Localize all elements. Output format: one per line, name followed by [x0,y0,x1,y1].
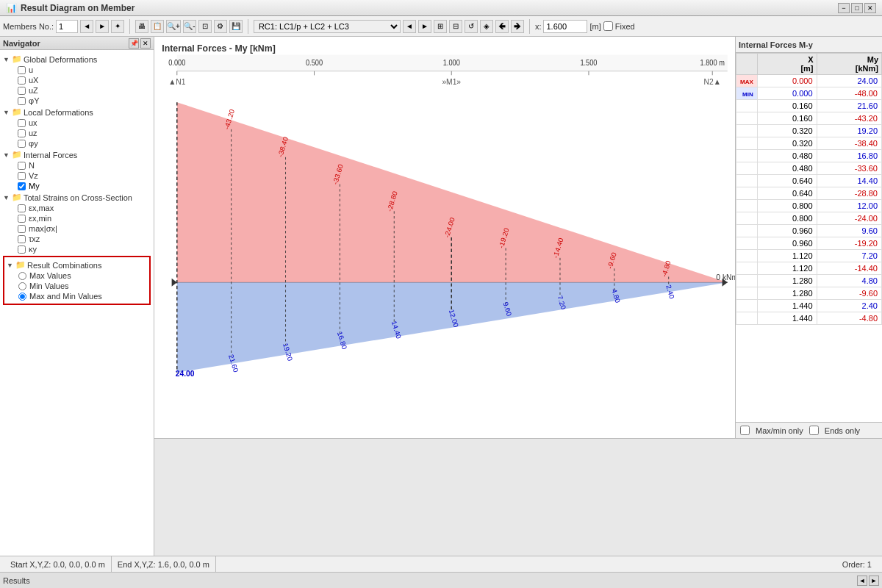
rc-option-maxmin: Max and Min Values [18,291,147,301]
row-my: -38.40 [817,137,881,150]
check-phiy-l[interactable] [18,140,26,148]
row-x: 1.120 [757,250,817,262]
settings-btn[interactable]: ⚙ [214,20,227,33]
tree-item-Vz: Vz [15,171,154,181]
row-marker [736,125,758,137]
member-input[interactable] [56,20,78,33]
zoom-fit-btn[interactable]: ⊡ [198,20,212,33]
row-x: 0.320 [757,125,817,137]
check-ux-l[interactable] [18,119,26,127]
row-marker [736,187,758,200]
fixed-label: Fixed [615,22,635,31]
check-ux[interactable] [18,76,26,85]
bottom-nav-left-btn[interactable]: ◄ [857,576,867,586]
tree-group-header-strains[interactable]: ▼ 📁 Total Strains on Cross-Section [0,192,154,203]
table-row: 1.4402.40 [736,300,882,312]
rc-btn6[interactable]: 🡺 [511,20,524,33]
row-marker [736,287,758,300]
tree-group-header-local[interactable]: ▼ 📁 Local Deformations [0,107,154,118]
row-x: 0.320 [757,137,817,150]
label-local-deformations: Local Deformations [24,108,93,117]
save-btn[interactable]: 💾 [229,20,243,33]
label-internal-forces: Internal Forces [24,151,77,159]
maxmin-only-checkbox[interactable] [740,426,750,435]
x-input[interactable] [543,20,587,33]
bottom-nav-label: Results [3,576,30,585]
check-ky[interactable] [18,245,26,254]
next-member-btn[interactable]: ► [96,20,109,33]
x-unit: [m] [589,22,600,31]
close-button[interactable]: ✕ [864,3,876,13]
rc-btn4[interactable]: ◈ [480,20,493,33]
radio-max-values[interactable] [18,272,26,280]
prev-member-btn[interactable]: ◄ [80,20,93,33]
row-marker [736,250,758,262]
bottom-nav-right-btn[interactable]: ► [869,576,879,586]
tree-item-phiy-l: φy [15,138,154,148]
bottom-nav: Results ◄ ► [0,572,882,588]
check-ex-min[interactable] [18,215,26,223]
tree-item-uz-l: uz [15,128,154,138]
nav-close-btn[interactable]: ✕ [140,38,151,49]
svg-text:0.000: 0.000 [168,59,185,67]
rc-btn2[interactable]: ⊟ [449,20,462,33]
zoom-out-btn[interactable]: 🔍- [183,20,196,33]
table-row: 0.480-33.60 [736,162,882,175]
rc-header[interactable]: ▼ 📁 Result Combinations [7,259,147,270]
folder-icon-strains: 📁 [12,193,22,202]
row-my: 16.80 [817,150,881,162]
label-ex-max: εx,max [29,204,54,212]
row-x: 0.800 [757,212,817,225]
tree-group-header-global[interactable]: ▼ 📁 Global Deformations [0,54,154,65]
row-x: 1.280 [757,287,817,300]
check-tau-xz[interactable] [18,235,26,243]
row-x: 0.160 [757,100,817,112]
fixed-checkbox[interactable] [603,21,613,31]
minimize-button[interactable]: − [838,3,850,13]
tree-item-ex-max: εx,max [15,203,154,213]
row-x: 1.120 [757,262,817,275]
table-row: 0.320-38.40 [736,137,882,150]
rc-dropdown[interactable]: RC1: LC1/p + LC2 + LC3 [254,20,401,33]
col-x-header: X[m] [757,54,817,75]
maximize-button[interactable]: □ [851,3,863,13]
row-marker [736,312,758,325]
check-ex-max[interactable] [18,204,26,212]
rc-btn3[interactable]: ↺ [465,20,478,33]
check-uz-l[interactable] [18,129,26,137]
check-Vz[interactable] [18,172,26,180]
nav-pin-btn[interactable]: 📌 [129,38,139,49]
row-x: 0.480 [757,150,817,162]
check-uz[interactable] [18,87,26,95]
rc-btn5[interactable]: 🡸 [495,20,509,33]
tree-item-ky: κy [15,244,154,254]
rc-btn1[interactable]: ⊞ [434,20,447,33]
check-max-sx[interactable] [18,225,26,233]
check-N[interactable] [18,162,26,170]
check-u[interactable] [18,66,26,74]
export-btn[interactable]: 📋 [151,20,164,33]
tree-group-header-internal[interactable]: ▼ 📁 Internal Forces [0,149,154,160]
row-x: 0.640 [757,175,817,187]
print-btn[interactable]: 🖶 [135,20,148,33]
check-phiy[interactable] [18,97,26,105]
row-my: 2.40 [817,300,881,312]
table-panel: Internal Forces M-y X[m] My[kNm] MAX0.00… [735,37,882,438]
radio-min-values[interactable] [18,282,26,290]
select-member-btn[interactable]: ✦ [111,20,124,33]
rc-prev-btn[interactable]: ◄ [403,20,416,33]
svg-text:»M1»: »M1» [442,76,461,85]
table-header: Internal Forces M-y [736,37,882,53]
table-row: 0.48016.80 [736,150,882,162]
status-order: Order: 1 [836,556,878,572]
check-My[interactable] [18,182,26,190]
tree-item-phiy: φY [15,96,154,106]
zoom-in-btn[interactable]: 🔍+ [166,20,181,33]
table-row: 0.64014.40 [736,175,882,187]
ends-only-checkbox[interactable] [809,426,819,435]
content-area: Internal Forces - My [kNm] 0.000 0.500 1… [154,37,882,556]
row-x: 1.440 [757,300,817,312]
table-content[interactable]: X[m] My[kNm] MAX0.00024.00MIN0.000-48.00… [736,53,882,422]
radio-max-min-values[interactable] [18,293,26,301]
rc-next-btn[interactable]: ► [418,20,431,33]
